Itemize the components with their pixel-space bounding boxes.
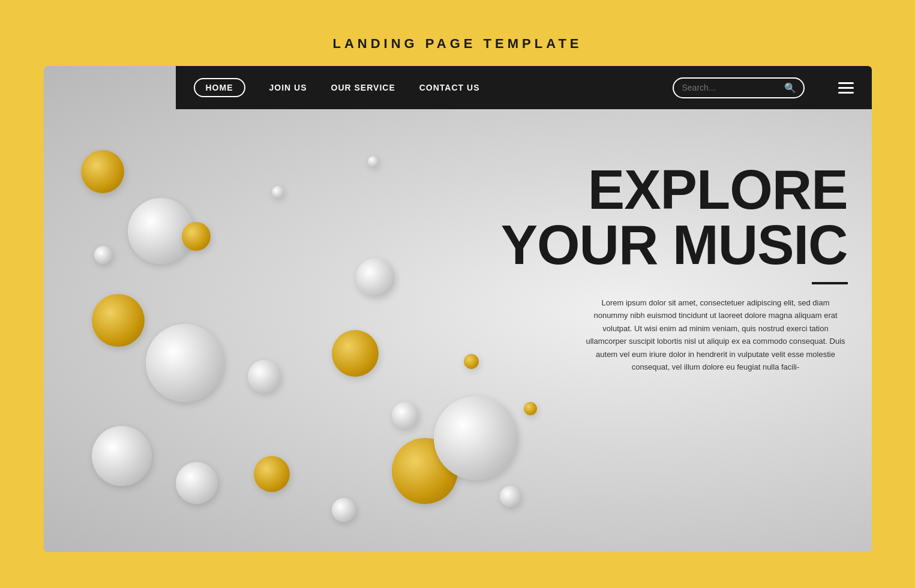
- sphere-2: [182, 222, 211, 251]
- sphere-5: [146, 324, 224, 402]
- sphere-6: [248, 360, 281, 393]
- search-icon: 🔍: [784, 82, 796, 94]
- sphere-20: [524, 402, 537, 415]
- sphere-13: [332, 330, 379, 377]
- hero-title-line1: EXPLORE: [501, 162, 848, 217]
- search-input[interactable]: [682, 83, 778, 92]
- sphere-14: [392, 402, 419, 429]
- sphere-18: [368, 156, 379, 167]
- hero-divider: [812, 282, 848, 284]
- sphere-8: [176, 462, 218, 504]
- nav-item-join-us[interactable]: JOIN US: [269, 83, 307, 92]
- landing-card: HOME JOIN US OUR SERVICE CONTACT US 🔍 EX…: [44, 66, 872, 552]
- hero-body-text: Lorem ipsum dolor sit amet, consectetuer…: [584, 296, 848, 374]
- sphere-12: [356, 258, 395, 297]
- hero-section: EXPLORE YOUR MUSIC Lorem ipsum dolor sit…: [501, 162, 848, 374]
- search-bar[interactable]: 🔍: [673, 77, 805, 98]
- nav-item-home[interactable]: HOME: [194, 78, 245, 97]
- sphere-7: [92, 426, 152, 486]
- sphere-3: [94, 246, 112, 264]
- sphere-9: [254, 456, 290, 492]
- sphere-16: [434, 396, 518, 480]
- hero-title-line2: YOUR MUSIC: [501, 217, 848, 272]
- sphere-4: [92, 294, 145, 347]
- sphere-10: [332, 498, 356, 522]
- sphere-11: [272, 186, 284, 198]
- navbar: HOME JOIN US OUR SERVICE CONTACT US 🔍: [176, 66, 872, 109]
- page-outer-title: LANDING PAGE TEMPLATE: [332, 36, 582, 52]
- menu-icon[interactable]: [838, 82, 854, 94]
- sphere-0: [81, 150, 124, 193]
- nav-item-contact-us[interactable]: CONTACT US: [419, 83, 480, 92]
- sphere-17: [464, 354, 479, 369]
- nav-item-our-service[interactable]: OUR SERVICE: [331, 83, 395, 92]
- sphere-19: [500, 486, 521, 507]
